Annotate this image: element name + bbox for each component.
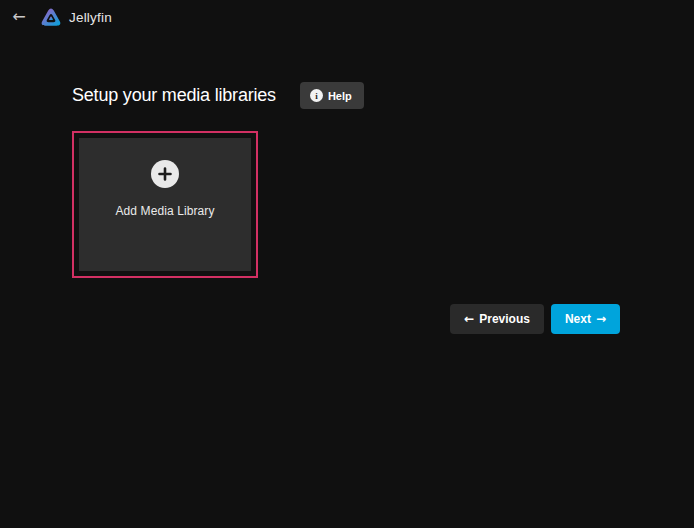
previous-button[interactable]: ← Previous xyxy=(450,304,544,334)
arrow-right-icon: → xyxy=(596,312,606,326)
focused-card-ring: Add Media Library xyxy=(72,131,258,278)
back-arrow-icon: ← xyxy=(12,4,25,30)
previous-button-label: Previous xyxy=(479,312,530,326)
info-icon: i xyxy=(310,89,323,102)
add-media-library-card[interactable]: Add Media Library xyxy=(79,138,251,271)
app-title: Jellyfin xyxy=(69,10,112,25)
title-row: Setup your media libraries i Help xyxy=(72,82,620,109)
jellyfin-logo-icon xyxy=(40,6,62,28)
help-button[interactable]: i Help xyxy=(300,82,364,109)
back-button[interactable]: ← xyxy=(6,4,32,30)
brand: Jellyfin xyxy=(40,6,112,28)
app-header: ← Jellyfin xyxy=(0,0,694,34)
plus-icon xyxy=(151,160,179,188)
arrow-left-icon: ← xyxy=(464,312,474,326)
add-media-library-label: Add Media Library xyxy=(115,204,214,218)
wizard-nav: ← Previous Next → xyxy=(72,304,620,334)
library-cards-row: Add Media Library xyxy=(72,131,620,278)
page-title: Setup your media libraries xyxy=(72,85,276,106)
wizard-page: Setup your media libraries i Help Add Me… xyxy=(0,82,694,334)
next-button-label: Next xyxy=(565,312,591,326)
help-button-label: Help xyxy=(328,90,352,102)
next-button[interactable]: Next → xyxy=(551,304,620,334)
